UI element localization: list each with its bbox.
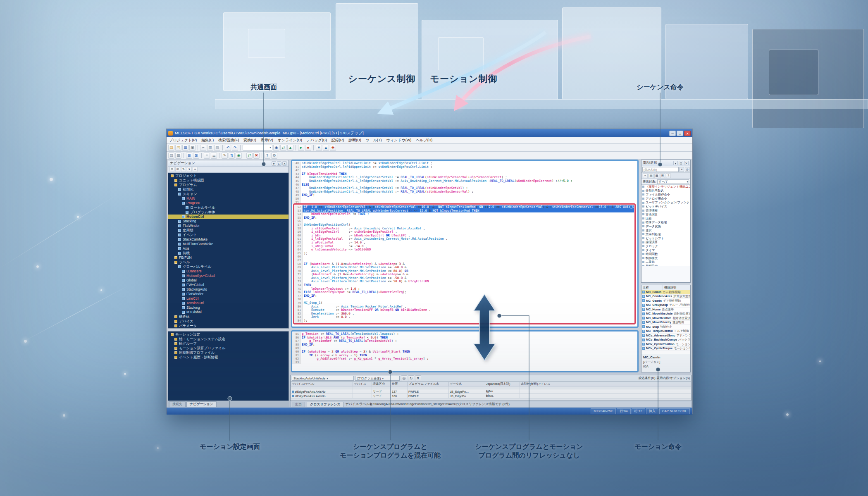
minimize-button[interactable]: ─	[669, 131, 676, 136]
cut-icon[interactable]: ✂	[200, 145, 206, 151]
tree-item[interactable]: モーション演算プロファイル	[168, 346, 289, 351]
tree-item[interactable]: プロジェクト	[168, 174, 289, 178]
write-to-plc-icon[interactable]: ▼	[316, 145, 322, 151]
tree-item[interactable]: FB/FUN	[168, 255, 289, 260]
st-editor-icon[interactable]: ✎	[222, 153, 228, 159]
tree-item[interactable]: イベント履歴・診断情報	[168, 355, 289, 360]
comment-display-icon[interactable]: ≡	[204, 153, 210, 159]
insert-function-icon[interactable]: ⊠	[193, 153, 199, 159]
crossref-column-header[interactable]: プログラムファイル名	[408, 382, 449, 386]
tree-item[interactable]: 初期化	[168, 187, 289, 192]
menu-ヘルプ(H)[interactable]: ヘルプ(H)	[416, 138, 432, 143]
toolbar-combo[interactable]	[243, 145, 272, 150]
instruction-category[interactable]: クロック	[641, 244, 690, 248]
tab-output[interactable]: 出力	[292, 402, 305, 407]
motion-fb-item[interactable]: FMC_GroupStopグループ強制停止	[641, 303, 690, 308]
tree-item[interactable]: Axis	[168, 246, 289, 251]
tree-item[interactable]: スキャン	[168, 192, 289, 196]
instruction-category[interactable]: 時間関数	[641, 252, 690, 256]
tree-item[interactable]: FlatWinder	[168, 292, 289, 296]
st-editor-bottom[interactable]: 85g_Tension := REAL_TO_LREAL(mTensionAct…	[291, 330, 639, 372]
crossref-column-header[interactable]: 未割付(仮想)アドレス	[520, 382, 691, 386]
tree-item[interactable]: モーション設定	[168, 332, 289, 337]
motion-settings-tree[interactable]: モーション設定軸・モーションシステム設定軸グループモーション演算プロファイル同期…	[168, 331, 289, 401]
tree-item[interactable]: uDancers	[168, 269, 289, 274]
instruction-category[interactable]: タイマ	[641, 248, 690, 253]
tree-item[interactable]: Global	[168, 278, 289, 283]
motion-fb-item[interactable]: FMC_Stop強制停止	[641, 325, 690, 329]
menu-変換(C)[interactable]: 変換(C)	[243, 138, 256, 143]
pin-icon[interactable]: ▾	[272, 161, 276, 166]
motion-fb-item[interactable]: FMC_CombineAxes加算演算重畳	[641, 295, 690, 299]
menu-記録(R)[interactable]: 記録(R)	[331, 138, 344, 143]
crossref-row[interactable]: stEdgePosAxis.AxisNoリード137FWPLELB_EdgePo…	[291, 389, 691, 394]
crossref-row[interactable]: stEdgePosAxis.AxisNoリード160FWPLELB_EdgePo…	[291, 394, 691, 398]
convert-icon[interactable]: ⇄	[280, 145, 286, 151]
crossref-filter-cell[interactable]	[372, 386, 391, 389]
instruction-category[interactable]: 管理情報	[641, 209, 690, 213]
tree-item[interactable]: グローバルラベル	[168, 265, 289, 269]
tree-item[interactable]: ローカルラベル	[168, 205, 289, 210]
motion-fb-item[interactable]: FMC_MoveAbsolute絶対値位置決め	[641, 312, 690, 317]
condition-icon[interactable]: ▼	[415, 375, 421, 382]
instruction-category-list[interactable]: 《履歴インテリジェント機能ユニット》外部信号取込ファイル操作命令アナログ用命令ユ…	[641, 185, 690, 266]
tree-item[interactable]: プログラム本体	[168, 210, 289, 215]
paste-icon[interactable]: ▧	[214, 145, 220, 151]
copy-icon[interactable]: ▥	[207, 145, 213, 151]
instruction-category[interactable]: 文字列処理	[641, 232, 690, 236]
chevron-down-icon[interactable]: ▾	[680, 167, 684, 172]
motion-fb-list[interactable]: FMC_CamInカム動作開始FMC_CombineAxes加算演算重畳FMC_…	[641, 290, 690, 354]
help-icon[interactable]: ?	[264, 153, 270, 159]
rebuild-all-icon[interactable]: ▲	[287, 145, 293, 151]
tree-item[interactable]: TensionCtrl	[168, 301, 289, 305]
instruction-category[interactable]: 《履歴インテリジェント機能ユニット》	[641, 185, 690, 189]
crossref-option-label[interactable]: 表示内容:オプション(S)	[657, 376, 690, 380]
print-icon[interactable]: ▣	[189, 145, 196, 151]
crossref-column-header[interactable]: 読書区分	[372, 382, 391, 386]
motion-fb-item[interactable]: FMC_GearInギア動作開始	[641, 299, 690, 303]
diagnostics-icon[interactable]: ✚	[330, 145, 336, 151]
label-editor-icon[interactable]: ▦	[175, 153, 181, 159]
tree-item[interactable]: ユニット構成図	[168, 178, 289, 183]
tree-item[interactable]: 定周期	[168, 228, 289, 233]
tree-item[interactable]: FlatWinder	[168, 224, 289, 228]
crossref-filter-cell[interactable]	[449, 386, 485, 389]
display-target-select[interactable]: すべて	[657, 179, 689, 184]
tree-item[interactable]: 待機	[168, 251, 289, 255]
instruction-category[interactable]: 論理演算	[641, 240, 690, 244]
tree-item[interactable]: 同期制御プロファイル	[168, 351, 289, 355]
tree-item[interactable]: 軸・モーションシステム設定	[168, 337, 289, 341]
tree-item[interactable]: デバイス	[168, 319, 289, 324]
help-icon[interactable]: ?	[666, 173, 671, 178]
close-icon[interactable]: ✕	[282, 161, 287, 166]
undo-icon[interactable]: ↶	[225, 145, 231, 151]
tree-item[interactable]: MotionCtrl	[168, 215, 289, 219]
crossref-filter-cell[interactable]	[520, 386, 691, 389]
new-project-icon[interactable]: ▤	[168, 145, 174, 151]
tree-item[interactable]: プログラム	[168, 183, 289, 187]
watch-window-icon[interactable]: ◉	[236, 153, 242, 159]
tree-item[interactable]: 軸グループ	[168, 341, 289, 346]
instruction-category[interactable]: ビットデバイス	[641, 205, 690, 209]
instruction-category[interactable]: データ変換	[641, 224, 690, 229]
menu-ツール(T)[interactable]: ツール(T)	[366, 138, 382, 143]
crossref-filter-label[interactable]: 絞込条件(R)	[639, 376, 655, 380]
fb-desc-column[interactable]: 機能説明	[663, 285, 690, 290]
refresh-icon[interactable]: ↻	[408, 375, 414, 382]
motion-fb-item[interactable]: FMC_Home原点復帰	[641, 308, 690, 312]
menu-編集(E)[interactable]: 編集(E)	[201, 138, 214, 143]
cross-reference-icon[interactable]: ⇅	[229, 153, 235, 159]
insert-fb-icon[interactable]: ⊞	[186, 153, 192, 159]
instruction-category[interactable]: ユーザファンクション/ファンクションブロック	[641, 200, 690, 205]
crossref-filter-cell[interactable]	[408, 386, 449, 389]
tree-view-icon[interactable]: ▦	[654, 173, 659, 178]
tree-item[interactable]: LineCtrl	[168, 296, 289, 301]
instruction-category[interactable]: 選択	[641, 229, 690, 233]
tree-item[interactable]: イベント	[168, 233, 289, 237]
motion-fb-item[interactable]: FMC_CamInカム動作開始	[641, 290, 690, 295]
crossref-scope-select[interactable]: StackingAuto/UnWinde	[292, 376, 354, 381]
crossref-column-header[interactable]: 位置	[391, 382, 408, 386]
menu-デバッグ(B)[interactable]: デバッグ(B)	[307, 138, 327, 143]
monitor-start-icon[interactable]: ►	[298, 145, 304, 151]
redo-icon[interactable]: ↷	[232, 145, 238, 151]
